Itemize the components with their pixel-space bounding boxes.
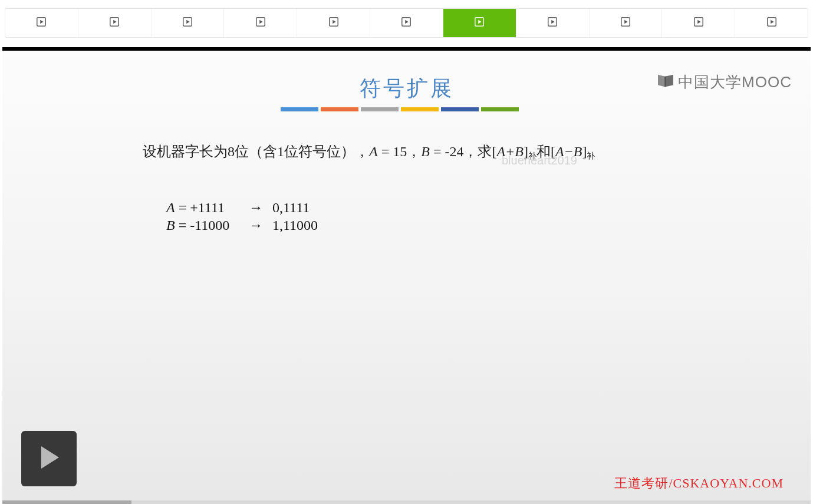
worked-row: B = -11000→1,11000 [166, 217, 318, 235]
expr-AplusB: A+B [496, 144, 524, 159]
video-tab-6[interactable] [443, 9, 516, 37]
book-icon [657, 73, 674, 92]
expr-AminusB: A−B [555, 144, 582, 159]
arrow-icon: → [249, 199, 272, 216]
play-square-icon [255, 17, 266, 29]
video-tab-2[interactable] [152, 9, 225, 37]
video-tab-1[interactable] [78, 9, 152, 37]
problem-text: 和[ [536, 144, 555, 159]
video-progress-bar[interactable] [2, 500, 811, 504]
problem-text: 设机器字长为8位（含1位符号位）， [143, 144, 369, 159]
mooc-brand: 中国大学MOOC [657, 72, 792, 93]
color-bar [481, 107, 519, 111]
color-bar [321, 107, 358, 111]
row-lhs: A = +1111 [166, 200, 249, 216]
video-tab-5[interactable] [370, 9, 443, 37]
title-underline-bars [281, 107, 519, 111]
color-bar [441, 107, 479, 111]
color-bar [281, 107, 318, 111]
subscript-bu: 补 [587, 151, 595, 160]
video-tab-9[interactable] [662, 9, 735, 37]
video-tab-3[interactable] [224, 9, 297, 37]
val-A: = 15， [378, 144, 422, 159]
row-lhs: B = -11000 [166, 218, 249, 233]
var-A: A [369, 144, 378, 159]
var-B: B [421, 144, 430, 159]
video-tab-7[interactable] [516, 9, 590, 37]
play-square-icon [36, 17, 47, 29]
subscript-bu: 补 [528, 151, 536, 160]
worked-rows: A = +1111→0,1111B = -11000→1,11000 [166, 199, 318, 235]
play-icon [34, 443, 64, 475]
play-square-icon [693, 17, 704, 29]
play-square-icon [766, 17, 777, 29]
mooc-brand-text: 中国大学MOOC [678, 72, 792, 93]
play-square-icon [401, 17, 412, 29]
color-bar [361, 107, 399, 111]
play-square-icon [109, 17, 120, 29]
row-rhs: 0,1111 [272, 200, 310, 216]
video-tab-4[interactable] [297, 9, 370, 37]
val-B: = -24， [430, 144, 478, 159]
problem-text: 求[ [478, 144, 496, 159]
video-tab-strip [5, 8, 808, 38]
problem-statement: 设机器字长为8位（含1位符号位），A = 15，B = -24，求[A+B]补和… [143, 142, 595, 162]
footer-brand: 王道考研/CSKAOYAN.COM [614, 475, 784, 492]
video-player: 符号扩展 设机器字长为8位（含1位符号位），A = 15，B = -24，求[A… [2, 47, 811, 502]
problem-text: ] [524, 144, 528, 159]
play-square-icon [620, 17, 631, 29]
video-tab-10[interactable] [735, 9, 808, 37]
play-square-icon [547, 17, 558, 29]
play-square-icon [474, 17, 485, 29]
video-tab-0[interactable] [5, 9, 78, 37]
worked-row: A = +1111→0,1111 [166, 199, 318, 217]
color-bar [401, 107, 439, 111]
progress-buffered [2, 500, 131, 504]
arrow-icon: → [249, 217, 272, 233]
video-tab-8[interactable] [590, 9, 663, 37]
play-square-icon [182, 17, 193, 29]
row-rhs: 1,11000 [272, 218, 318, 233]
play-square-icon [328, 17, 339, 29]
big-play-button[interactable] [21, 431, 77, 486]
